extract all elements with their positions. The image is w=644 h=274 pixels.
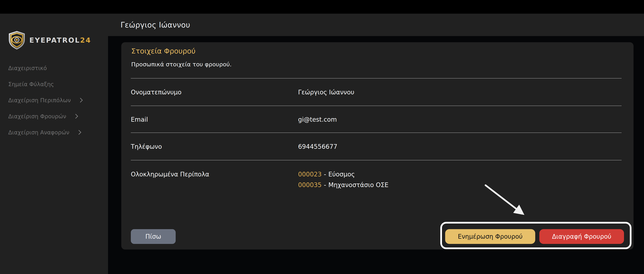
page-header: Γεώργιος Ιώαννου [108,14,644,36]
chevron-right-icon [73,114,78,118]
back-button[interactable]: Πίσω [131,229,176,244]
chevron-right-icon [76,130,81,134]
field-value: 6944556677 [298,143,622,150]
patrol-list-item: 000023-Εύοσμος [298,169,622,180]
update-guard-button[interactable]: Ενημέρωση Φρουρού [445,229,535,244]
top-bar [0,0,644,14]
patrol-separator: - [324,181,326,188]
field-label: Ολοκληρωμένα Περίπολα [131,169,298,180]
app-root: { "logo": { "brand": "EYEPATROL", "brand… [0,0,644,274]
brand-accent: 24 [80,36,92,44]
sidebar-item-label: Διαχείριση Φρουρών [8,113,66,120]
patrol-code-link[interactable]: 000035 [298,181,322,188]
brand-text: EYEPATROL [29,36,80,44]
field-value: Γεώργιος Ιώαννου [298,88,622,96]
sidebar-item-guard-management[interactable]: Διαχείριση Φρουρών [0,108,108,124]
sidebar: EYEPATROL24 Διαχειριστικό Σημεία Φύλαξης… [0,14,108,274]
sidebar-nav: Διαχειριστικό Σημεία Φύλαξης Διαχείριση … [0,60,108,140]
sidebar-item-administrative[interactable]: Διαχειριστικό [0,60,108,76]
card-title: Στοιχεία Φρουρού [131,46,196,56]
sidebar-item-patrol-management[interactable]: Διαχείριση Περιπόλων [0,92,108,108]
brand-name: EYEPATROL24 [29,36,91,44]
main-area: Στοιχεία Φρουρού Προσωπικά στοιχεία του … [108,36,644,274]
sidebar-item-report-management[interactable]: Διαχείριση Αναφορών [0,124,108,140]
delete-guard-button[interactable]: Διαγραφή Φρουρού [539,229,624,244]
patrol-name: Εύοσμος [328,171,355,178]
field-label: Ονοματεπώνυμο [131,88,298,96]
sidebar-item-guard-points[interactable]: Σημεία Φύλαξης [0,76,108,92]
sidebar-item-label: Διαχείριση Αναφορών [8,129,69,136]
sidebar-item-label: Σημεία Φύλαξης [8,81,54,88]
field-label: Email [131,116,298,123]
field-row-fullname: Ονοματεπώνυμο Γεώργιος Ιώαννου [131,78,622,106]
patrol-separator: - [324,171,326,178]
patrol-list: 000023-Εύοσμος 000035-Μηχανοστάσιο ΟΣΕ [298,169,622,190]
sidebar-item-label: Διαχειριστικό [8,65,47,72]
patrol-name: Μηχανοστάσιο ΟΣΕ [328,181,388,188]
card-subtitle: Προσωπικά στοιχεία του φρουρού. [131,60,232,68]
logo: EYEPATROL24 [8,31,91,50]
page-title: Γεώργιος Ιώαννου [120,20,190,29]
logo-shield-eye-icon [8,31,25,50]
field-row-phone: Τηλέφωνο 6944556677 [131,132,622,160]
guard-details-card: Στοιχεία Φρουρού Προσωπικά στοιχεία του … [121,42,634,250]
field-row-completed-patrols: Ολοκληρωμένα Περίπολα 000023-Εύοσμος 000… [131,160,622,205]
field-row-email: Email gi@test.com [131,106,622,133]
patrol-list-item: 000035-Μηχανοστάσιο ΟΣΕ [298,180,622,190]
field-value: gi@test.com [298,116,622,123]
field-label: Τηλέφωνο [131,143,298,150]
card-actions: Πίσω Ενημέρωση Φρουρού Διαγραφή Φρουρού [131,229,624,244]
patrol-code-link[interactable]: 000023 [298,171,322,178]
sidebar-item-label: Διαχείριση Περιπόλων [8,97,71,104]
chevron-right-icon [78,98,82,102]
